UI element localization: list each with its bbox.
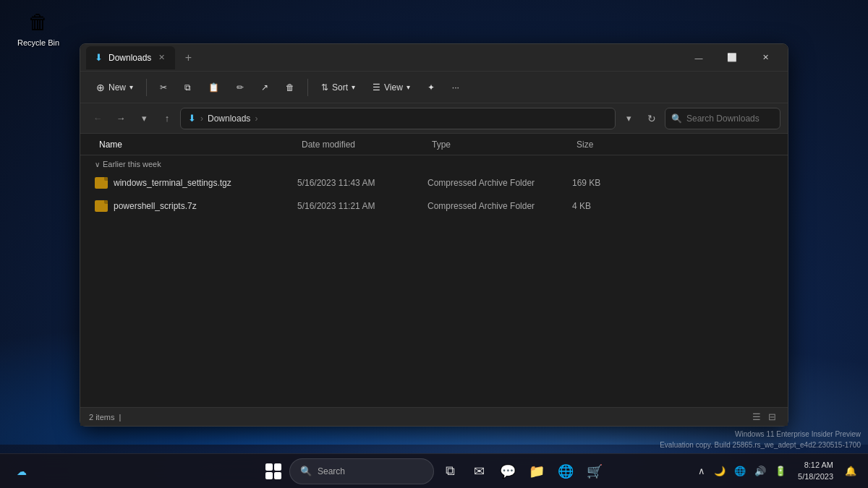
- new-button[interactable]: ⊕ New ▾: [89, 78, 140, 97]
- file-type-1: Compressed Archive Folder: [427, 178, 572, 188]
- paste-button[interactable]: 📋: [201, 79, 226, 96]
- logo-piece-4: [274, 472, 281, 479]
- rename-icon: ✏: [237, 82, 244, 93]
- tray-expand-icon[interactable]: ∧: [695, 463, 708, 479]
- section-earlier-this-week[interactable]: ∨ Earlier this week: [80, 155, 788, 171]
- maximize-button[interactable]: ⬜: [715, 46, 749, 69]
- taskbar-search-icon: 🔍: [300, 466, 312, 476]
- file-name-cell-2: powershell_scripts.7z: [95, 200, 297, 212]
- cut-icon: ✂: [160, 82, 167, 93]
- file-date-1: 5/16/2023 11:43 AM: [297, 178, 427, 188]
- toolbar: ⊕ New ▾ ✂ ⧉ 📋 ✏ ↗ 🗑: [80, 72, 788, 103]
- status-cursor: |: [119, 413, 121, 421]
- up-button[interactable]: ↑: [157, 108, 177, 129]
- title-bar: ⬇ Downloads ✕ + — ⬜ ✕: [80, 44, 788, 72]
- detail-view-icon[interactable]: ⊟: [765, 410, 779, 424]
- recycle-bin-graphic: 🗑: [24, 7, 53, 36]
- path-download-icon: ⬇: [188, 113, 196, 124]
- file-type-2: Compressed Archive Folder: [427, 201, 572, 211]
- more-options-button[interactable]: ···: [445, 79, 467, 96]
- column-date-modified[interactable]: Date modified: [297, 137, 427, 153]
- address-path[interactable]: ⬇ › Downloads ›: [180, 108, 616, 129]
- system-tray: ∧ 🌙 🌐 🔊 🔋: [695, 463, 789, 479]
- close-button[interactable]: ✕: [749, 46, 782, 69]
- column-name[interactable]: Name: [95, 137, 297, 153]
- more-options-icon: ···: [452, 82, 459, 93]
- watermark-line2: Evaluation copy. Build 25865.rs_we_adept…: [660, 440, 861, 450]
- path-separator-2: ›: [255, 114, 258, 124]
- file-size-2: 4 KB: [572, 201, 644, 211]
- share-icon: ↗: [261, 82, 268, 93]
- battery-icon[interactable]: 🔋: [772, 463, 789, 479]
- new-tab-button[interactable]: +: [179, 49, 197, 67]
- taskbar-center: 🔍 Search ⧉ ✉ 💬 📁 🌐 🛒: [260, 458, 608, 484]
- search-box-icon: 🔍: [671, 114, 682, 124]
- notification-area-icon[interactable]: ☁: [9, 458, 35, 484]
- tab-downloads-icon: ⬇: [95, 52, 103, 63]
- weather-icon[interactable]: 🌙: [711, 463, 728, 479]
- search-input[interactable]: [686, 114, 774, 124]
- status-bar: 2 items | ☰ ⊟: [80, 407, 788, 426]
- taskbar: ☁ 🔍 Search ⧉ ✉ 💬 📁 🌐 🛒: [0, 453, 868, 488]
- new-icon: ⊕: [96, 82, 105, 93]
- logo-piece-1: [265, 463, 273, 471]
- speaker-icon[interactable]: 🔊: [752, 463, 769, 479]
- new-label: New: [109, 82, 126, 93]
- taskbar-search[interactable]: 🔍 Search: [289, 458, 434, 484]
- search-box[interactable]: 🔍: [665, 108, 780, 129]
- recycle-bin-icon[interactable]: 🗑 Recycle Bin: [13, 7, 64, 47]
- section-label-text: Earlier this week: [103, 160, 161, 168]
- refresh-button[interactable]: ↻: [642, 108, 662, 129]
- edge-icon[interactable]: 🌐: [553, 458, 579, 484]
- recent-locations-button[interactable]: ▾: [134, 108, 154, 129]
- file-name-1: windows_terminal_settings.tgz: [114, 178, 231, 188]
- store-icon[interactable]: 🛒: [582, 458, 608, 484]
- view-icon: ☰: [373, 82, 380, 93]
- logo-piece-3: [265, 472, 273, 479]
- tab-downloads-label: Downloads: [109, 53, 151, 63]
- tab-close-button[interactable]: ✕: [157, 51, 166, 64]
- network-icon[interactable]: 🌐: [731, 463, 749, 479]
- file-date-2: 5/16/2023 11:21 AM: [297, 201, 427, 211]
- column-extra: [644, 142, 773, 147]
- ai-button[interactable]: ✦: [420, 79, 442, 96]
- column-type[interactable]: Type: [427, 137, 572, 153]
- view-toggle: ☰ ⊟: [749, 410, 779, 424]
- sort-chevron-icon: ▾: [352, 83, 355, 91]
- tab-downloads[interactable]: ⬇ Downloads ✕: [86, 46, 175, 69]
- start-button[interactable]: [260, 458, 286, 484]
- share-button[interactable]: ↗: [254, 79, 276, 96]
- taskbar-left: ☁: [9, 458, 35, 484]
- address-bar: ← → ▾ ↑ ⬇ › Downloads › ▾ ↻ 🔍: [80, 103, 788, 134]
- address-dropdown-button[interactable]: ▾: [618, 108, 639, 129]
- list-view-icon[interactable]: ☰: [749, 410, 764, 424]
- file-row[interactable]: powershell_scripts.7z 5/16/2023 11:21 AM…: [80, 194, 788, 218]
- delete-button[interactable]: 🗑: [278, 79, 302, 96]
- view-button[interactable]: ☰ View ▾: [365, 79, 417, 96]
- file-icon-1: [95, 177, 108, 189]
- file-size-1: 169 KB: [572, 178, 644, 188]
- minimize-button[interactable]: —: [682, 46, 715, 69]
- file-row[interactable]: windows_terminal_settings.tgz 5/16/2023 …: [80, 171, 788, 194]
- forward-button[interactable]: →: [111, 108, 131, 129]
- copy-button[interactable]: ⧉: [177, 79, 198, 96]
- cut-button[interactable]: ✂: [153, 79, 174, 96]
- logo-piece-2: [274, 463, 281, 471]
- new-chevron-icon: ▾: [129, 83, 133, 91]
- column-size[interactable]: Size: [572, 137, 644, 153]
- task-view-button[interactable]: ⧉: [437, 458, 463, 484]
- mail-icon[interactable]: ✉: [466, 458, 492, 484]
- notification-bell-icon[interactable]: 🔔: [842, 463, 859, 479]
- sort-button[interactable]: ⇅ Sort ▾: [314, 79, 362, 96]
- system-clock[interactable]: 8:12 AM 5/18/2023: [793, 457, 838, 485]
- path-label: Downloads: [208, 114, 250, 124]
- clock-date: 5/18/2023: [798, 471, 833, 482]
- rename-button[interactable]: ✏: [229, 79, 251, 96]
- back-button[interactable]: ←: [88, 108, 108, 129]
- teams-icon[interactable]: 💬: [495, 458, 521, 484]
- file-explorer-taskbar-icon[interactable]: 📁: [524, 458, 550, 484]
- delete-icon: 🗑: [286, 82, 294, 93]
- explorer-window: ⬇ Downloads ✕ + — ⬜ ✕ ⊕ New ▾ ✂: [80, 43, 788, 427]
- file-name-cell-1: windows_terminal_settings.tgz: [95, 177, 297, 189]
- paste-icon: 📋: [208, 82, 219, 93]
